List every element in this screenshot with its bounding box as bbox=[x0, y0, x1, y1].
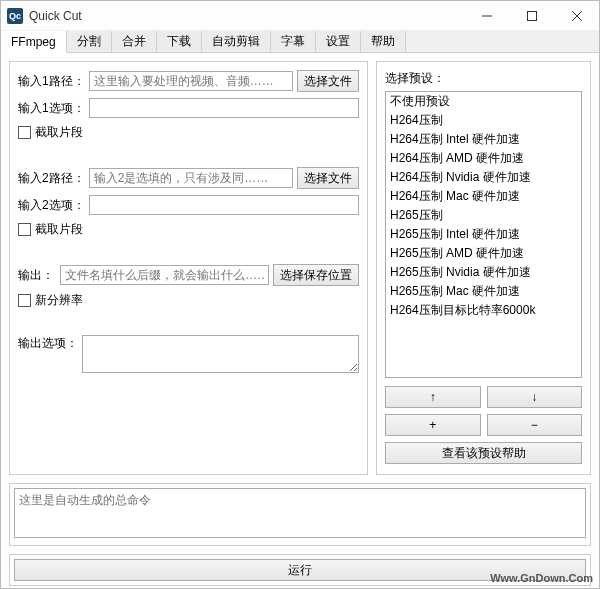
tab-merge[interactable]: 合并 bbox=[112, 31, 157, 52]
input1-path-input[interactable] bbox=[89, 71, 293, 91]
maximize-button[interactable] bbox=[509, 1, 554, 31]
select-save-location-button[interactable]: 选择保存位置 bbox=[273, 264, 359, 286]
preset-item[interactable]: H265压制 Mac 硬件加速 bbox=[386, 282, 581, 301]
input1-option-label: 输入1选项： bbox=[18, 100, 85, 117]
watermark: Www.GnDown.Com bbox=[490, 572, 593, 584]
close-icon bbox=[572, 11, 582, 21]
input2-path-label: 输入2路径： bbox=[18, 170, 85, 187]
preset-item[interactable]: H265压制 AMD 硬件加速 bbox=[386, 244, 581, 263]
output-option-label: 输出选项： bbox=[18, 335, 78, 352]
input1-select-file-button[interactable]: 选择文件 bbox=[297, 70, 359, 92]
preset-item[interactable]: H264压制 AMD 硬件加速 bbox=[386, 149, 581, 168]
preset-item[interactable]: H264压制 Intel 硬件加速 bbox=[386, 130, 581, 149]
new-resolution-checkbox[interactable] bbox=[18, 294, 31, 307]
preset-remove-button[interactable]: − bbox=[487, 414, 583, 436]
preset-item[interactable]: H264压制 Mac 硬件加速 bbox=[386, 187, 581, 206]
app-icon: Qc bbox=[7, 8, 23, 24]
preset-add-button[interactable]: + bbox=[385, 414, 481, 436]
input2-select-file-button[interactable]: 选择文件 bbox=[297, 167, 359, 189]
output-option-input[interactable] bbox=[82, 335, 359, 373]
input2-path-input[interactable] bbox=[89, 168, 293, 188]
tab-split[interactable]: 分割 bbox=[67, 31, 112, 52]
input1-clip-checkbox[interactable] bbox=[18, 126, 31, 139]
preset-down-button[interactable]: ↓ bbox=[487, 386, 583, 408]
tab-settings[interactable]: 设置 bbox=[316, 31, 361, 52]
preset-item[interactable]: H265压制 Intel 硬件加速 bbox=[386, 225, 581, 244]
input2-option-label: 输入2选项： bbox=[18, 197, 85, 214]
output-path-input[interactable] bbox=[60, 265, 269, 285]
input2-clip-label: 截取片段 bbox=[35, 221, 83, 238]
maximize-icon bbox=[527, 11, 537, 21]
preset-up-button[interactable]: ↑ bbox=[385, 386, 481, 408]
preset-item[interactable]: H264压制目标比特率6000k bbox=[386, 301, 581, 320]
preset-item[interactable]: 不使用预设 bbox=[386, 92, 581, 111]
close-button[interactable] bbox=[554, 1, 599, 31]
preset-item[interactable]: H264压制 bbox=[386, 111, 581, 130]
tab-bar: FFmpeg 分割 合并 下载 自动剪辑 字幕 设置 帮助 bbox=[1, 31, 599, 53]
minimize-button[interactable] bbox=[464, 1, 509, 31]
tab-subtitle[interactable]: 字幕 bbox=[271, 31, 316, 52]
title-bar: Qc Quick Cut bbox=[1, 1, 599, 31]
tab-help[interactable]: 帮助 bbox=[361, 31, 406, 52]
input2-option-input[interactable] bbox=[89, 195, 359, 215]
new-resolution-label: 新分辨率 bbox=[35, 292, 83, 309]
preset-item[interactable]: H265压制 bbox=[386, 206, 581, 225]
output-label: 输出： bbox=[18, 267, 56, 284]
svg-rect-1 bbox=[527, 11, 536, 20]
minimize-icon bbox=[482, 11, 492, 21]
command-section bbox=[9, 483, 591, 546]
input1-path-label: 输入1路径： bbox=[18, 73, 85, 90]
tab-auto-edit[interactable]: 自动剪辑 bbox=[202, 31, 271, 52]
tab-ffmpeg[interactable]: FFmpeg bbox=[1, 31, 67, 53]
preset-item[interactable]: H264压制 Nvidia 硬件加速 bbox=[386, 168, 581, 187]
input2-clip-checkbox[interactable] bbox=[18, 223, 31, 236]
tab-download[interactable]: 下载 bbox=[157, 31, 202, 52]
preset-help-button[interactable]: 查看该预设帮助 bbox=[385, 442, 582, 464]
window-title: Quick Cut bbox=[29, 9, 82, 23]
left-pane: 输入1路径： 选择文件 输入1选项： 截取片段 输入2路径： 选择文件 输入2选… bbox=[9, 61, 368, 475]
preset-list[interactable]: 不使用预设H264压制H264压制 Intel 硬件加速H264压制 AMD 硬… bbox=[385, 91, 582, 378]
main-area: 输入1路径： 选择文件 输入1选项： 截取片段 输入2路径： 选择文件 输入2选… bbox=[1, 53, 599, 483]
input1-option-input[interactable] bbox=[89, 98, 359, 118]
preset-label: 选择预设： bbox=[385, 70, 582, 87]
command-textarea[interactable] bbox=[14, 488, 586, 538]
input1-clip-label: 截取片段 bbox=[35, 124, 83, 141]
preset-item[interactable]: H265压制 Nvidia 硬件加速 bbox=[386, 263, 581, 282]
right-pane: 选择预设： 不使用预设H264压制H264压制 Intel 硬件加速H264压制… bbox=[376, 61, 591, 475]
